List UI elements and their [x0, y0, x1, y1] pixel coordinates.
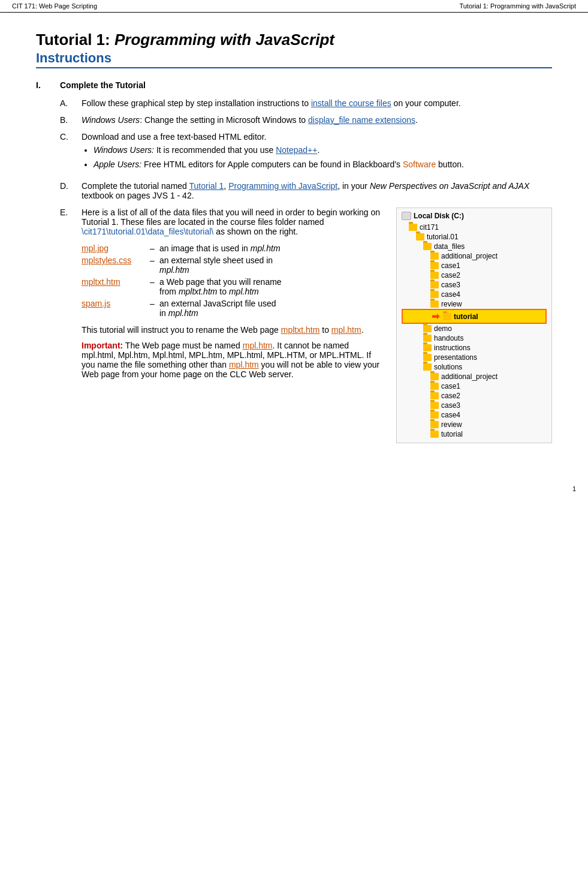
display-extensions-link[interactable]: display_file name extensions	[308, 115, 415, 125]
folder-icon-tutorial-hl	[443, 313, 451, 320]
item-C-content: Download and use a free text-based HTML …	[82, 132, 552, 174]
item-B: B. Windows Users: Change the setting in …	[60, 115, 552, 125]
tutorial1-link[interactable]: Tutorial 1	[189, 181, 224, 191]
doc-subtitle: Instructions	[36, 50, 552, 68]
folder-case3-2[interactable]: case3	[402, 401, 547, 410]
arrow-icon: ➡	[432, 311, 439, 322]
folder-icon-case4-2	[430, 411, 439, 419]
item-A-text-after: on your computer.	[391, 98, 461, 108]
folder-icon-presentations	[423, 354, 432, 361]
title-prefix: Tutorial 1:	[36, 31, 114, 49]
page-number: 1	[572, 485, 576, 492]
folder-data-files[interactable]: data_files	[402, 242, 547, 251]
item-B-text-after: .	[415, 115, 418, 125]
folder-tutorial-2[interactable]: tutorial	[402, 429, 547, 439]
mpltxt-rename-link[interactable]: mpltxt.htm	[281, 325, 320, 335]
folder-case1-1[interactable]: case1	[402, 261, 547, 270]
folder-case4-2[interactable]: case4	[402, 410, 547, 420]
folder-icon-data-files	[423, 243, 432, 250]
item-B-label: B.	[60, 115, 82, 125]
file-list: mpl.jpg – an image that is used in mpl.h…	[82, 243, 384, 318]
folder-icon-case2-1	[430, 272, 439, 279]
title-italic: Programming with JavaScript	[114, 31, 334, 49]
e-path: \cit171\tutorial.01\data_files\tutorial\	[82, 227, 213, 236]
section-I-label: I.	[36, 80, 60, 450]
folder-case4-1[interactable]: case4	[402, 290, 547, 299]
section-I-title: Complete the Tutorial	[60, 80, 146, 90]
folder-icon-case1-1	[430, 262, 439, 269]
folder-icon-tutorial-2	[430, 431, 439, 438]
item-C: C. Download and use a free text-based HT…	[60, 132, 552, 174]
folder-case1-2[interactable]: case1	[402, 381, 547, 391]
header-right: Tutorial 1: Programming with JavaScript	[459, 2, 576, 10]
item-E-label: E.	[60, 208, 82, 443]
item-E: E. Here is a list of all of the data fil…	[60, 208, 552, 443]
e-section: Here is a list of all of the data files …	[82, 208, 552, 443]
page-content: Tutorial 1: Programming with JavaScript …	[0, 13, 588, 483]
item-C-label: C.	[60, 132, 82, 174]
programming-js-link[interactable]: Programming with JavaScript	[228, 181, 337, 191]
folder-icon-case2-2	[430, 392, 439, 399]
folder-presentations[interactable]: presentations	[402, 353, 547, 362]
folder-handouts[interactable]: handouts	[402, 333, 547, 343]
item-D-italic: New Perspectives on JavaScript and AJAX	[370, 181, 529, 191]
install-link[interactable]: install the course files	[311, 98, 391, 108]
section-I-content: Complete the Tutorial A. Follow these gr…	[60, 80, 552, 450]
folder-icon-review-1	[430, 300, 439, 308]
file-row-spam: spam.js – an external JavaScript file us…	[82, 299, 384, 318]
e-text1: Here is a list of all of the data files …	[82, 208, 384, 236]
folder-icon-review-2	[430, 421, 439, 428]
important-mplhtm-link2[interactable]: mpl.htm	[229, 360, 259, 369]
important-label: Important:	[82, 341, 123, 350]
folder-solutions[interactable]: solutions	[402, 362, 547, 372]
folder-case3-1[interactable]: case3	[402, 280, 547, 290]
folder-tutorial01[interactable]: tutorial.01	[402, 232, 547, 242]
folder-icon-case4-1	[430, 291, 439, 298]
item-D-after: textbook on pages JVS 1 - 42.	[82, 191, 194, 200]
folder-case2-1[interactable]: case2	[402, 270, 547, 280]
bullet-windows-after: .	[317, 145, 319, 155]
folder-review-2[interactable]: review	[402, 420, 547, 429]
folder-instructions[interactable]: instructions	[402, 343, 547, 353]
important-mplhtm-link[interactable]: mpl.htm	[243, 341, 273, 350]
item-D-label: D.	[60, 181, 82, 200]
item-B-content: Windows Users: Change the setting in Mic…	[82, 115, 552, 125]
rename-text: This tutorial will instruct you to renam…	[82, 325, 384, 335]
item-C-bullets: Windows Users: It is recommended that yo…	[82, 145, 552, 169]
folder-review-1[interactable]: review	[402, 299, 547, 309]
folder-tree: Local Disk (C:) cit171 tutorial.01	[396, 208, 552, 443]
important-text: Important: The Web page must be named mp…	[82, 341, 384, 379]
bullet-apple-text: Free HTML editors for Apple computers ca…	[141, 160, 403, 169]
item-A-content: Follow these graphical step by step inst…	[82, 98, 552, 108]
folder-tutorial-highlighted[interactable]: ➡ tutorial	[402, 309, 547, 324]
folder-icon-case3-2	[430, 402, 439, 409]
item-B-text-before: : Change the setting in Microsoft Window…	[140, 115, 308, 125]
header-left: CIT 171: Web Page Scripting	[12, 2, 97, 10]
bullet-apple-after: button.	[436, 160, 464, 169]
main-section: I. Complete the Tutorial A. Follow these…	[36, 80, 552, 450]
file-name-mpl-jpg: mpl.jpg	[82, 243, 147, 253]
folder-demo[interactable]: demo	[402, 324, 547, 333]
item-D: D. Complete the tutorial named Tutorial …	[60, 181, 552, 200]
folder-icon-instructions	[423, 344, 432, 351]
file-name-spam: spam.js	[82, 299, 147, 318]
disk-icon	[402, 212, 411, 220]
folder-case2-2[interactable]: case2	[402, 391, 547, 401]
bullet-windows-text: It is recommended that you use	[154, 145, 276, 155]
file-name-mpltxt: mpltxt.htm	[82, 277, 147, 296]
item-B-italic-prefix: Windows Users	[82, 115, 140, 125]
item-A-label: A.	[60, 98, 82, 108]
folder-icon-case1-2	[430, 383, 439, 390]
item-A: A. Follow these graphical step by step i…	[60, 98, 552, 108]
bullet-apple-label: Apple Users:	[94, 160, 141, 169]
page-footer: 1	[0, 483, 588, 495]
folder-cit171[interactable]: cit171	[402, 223, 547, 232]
folder-additional-project-2[interactable]: additional_project	[402, 372, 547, 381]
item-A-text-before: Follow these graphical step by step inst…	[82, 98, 311, 108]
notepadpp-link[interactable]: Notepad++	[276, 145, 317, 155]
folder-icon-case3-1	[430, 281, 439, 288]
mplhtm-rename-link[interactable]: mpl.htm	[331, 325, 361, 335]
folder-icon-cit171	[409, 224, 417, 231]
folder-additional-project-1[interactable]: additional_project	[402, 251, 547, 261]
page-header: CIT 171: Web Page Scripting Tutorial 1: …	[0, 0, 588, 13]
